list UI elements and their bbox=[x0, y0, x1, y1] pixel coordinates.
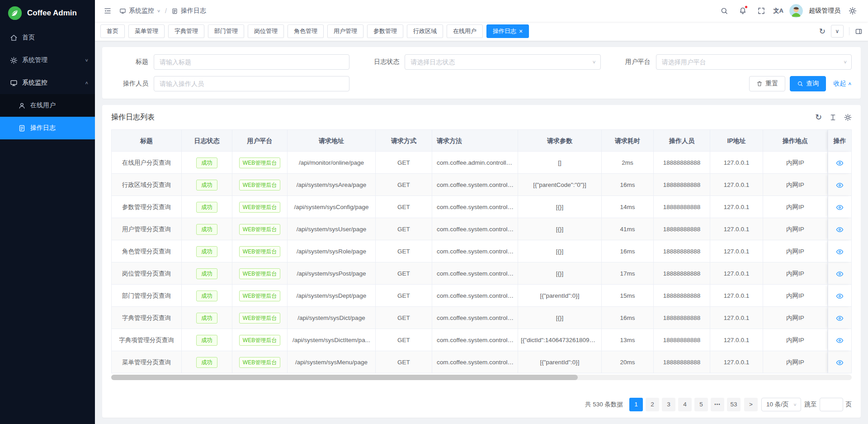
reset-button[interactable]: 重置 bbox=[749, 76, 785, 91]
table-row[interactable]: 菜单管理分页查询成功WEB管理后台/api/system/sysMenu/pag… bbox=[112, 351, 851, 373]
tab-参数管理[interactable]: 参数管理 bbox=[367, 24, 403, 38]
view-icon[interactable] bbox=[836, 159, 844, 167]
sidebar-item-home[interactable]: 首页 bbox=[0, 26, 95, 49]
next-page-button[interactable]: > bbox=[744, 398, 758, 411]
title-input[interactable] bbox=[154, 54, 349, 70]
table-row[interactable]: 行政区域分页查询成功WEB管理后台/api/system/sysArea/pag… bbox=[112, 174, 851, 196]
page-button-2[interactable]: 2 bbox=[646, 398, 659, 411]
breadcrumb: 系统监控 ∨ / 操作日志 bbox=[119, 7, 206, 15]
cell-operator: 18888888888 bbox=[654, 240, 710, 262]
page-size-select[interactable]: 10 条/页 ∨ bbox=[761, 398, 801, 411]
page-button-4[interactable]: 4 bbox=[678, 398, 692, 411]
jump-input[interactable] bbox=[820, 398, 843, 411]
layout-panel-icon[interactable] bbox=[855, 28, 863, 35]
sidebar-item-system-mgmt[interactable]: 系统管理 ∨ bbox=[0, 49, 95, 71]
tab-操作日志[interactable]: 操作日志× bbox=[486, 24, 529, 38]
table-row[interactable]: 部门管理分页查询成功WEB管理后台/api/system/sysDept/pag… bbox=[112, 285, 851, 307]
tab-字典管理[interactable]: 字典管理 bbox=[168, 24, 204, 38]
tab-部门管理[interactable]: 部门管理 bbox=[208, 24, 244, 38]
table-row[interactable]: 字典项管理分页查询成功WEB管理后台/api/system/sysDictIte… bbox=[112, 329, 851, 351]
sidebar-item-label: 系统管理 bbox=[22, 56, 47, 64]
horizontal-scrollbar-thumb[interactable] bbox=[111, 375, 578, 380]
table-row[interactable]: 用户管理分页查询成功WEB管理后台/api/system/sysUser/pag… bbox=[112, 218, 851, 240]
view-icon[interactable] bbox=[836, 292, 844, 300]
view-icon[interactable] bbox=[836, 226, 844, 233]
view-icon[interactable] bbox=[836, 359, 844, 367]
tabs-menu-dropdown[interactable]: ∨ bbox=[831, 25, 844, 38]
notification-bell-icon[interactable] bbox=[736, 5, 749, 17]
page-button-53[interactable]: 53 bbox=[727, 398, 741, 411]
table-row[interactable]: 字典管理分页查询成功WEB管理后台/api/system/sysDict/pag… bbox=[112, 307, 851, 329]
cell-action bbox=[828, 218, 851, 240]
column-settings-gear-icon[interactable] bbox=[844, 114, 852, 121]
chevron-down-icon: ∨ bbox=[85, 58, 89, 63]
view-icon[interactable] bbox=[836, 204, 844, 211]
sidebar-item-online-users[interactable]: 在线用户 bbox=[0, 94, 95, 117]
view-icon[interactable] bbox=[836, 270, 844, 278]
tab-close-icon[interactable]: × bbox=[519, 28, 523, 34]
page-size-value: 10 条/页 bbox=[766, 400, 789, 409]
sidebar-item-label: 在线用户 bbox=[30, 101, 56, 110]
page-button-3[interactable]: 3 bbox=[662, 398, 675, 411]
tab-菜单管理[interactable]: 菜单管理 bbox=[128, 24, 165, 38]
table-header-row: 标题日志状态用户平台请求地址请求方式请求方法请求参数请求耗时操作人员IP地址操作… bbox=[112, 130, 851, 152]
cell-ip: 127.0.0.1 bbox=[710, 329, 763, 351]
page-button-1[interactable]: 1 bbox=[629, 398, 643, 411]
cell-url: /api/system/sysDict/page bbox=[288, 307, 376, 329]
table-row[interactable]: 角色管理分页查询成功WEB管理后台/api/system/sysRole/pag… bbox=[112, 240, 851, 262]
search-icon[interactable] bbox=[718, 5, 731, 17]
tab-在线用户[interactable]: 在线用户 bbox=[447, 24, 483, 38]
view-icon[interactable] bbox=[836, 314, 844, 322]
view-icon[interactable] bbox=[836, 248, 844, 256]
cell-location: 内网IP bbox=[763, 351, 828, 373]
table-row[interactable]: 参数管理分页查询成功WEB管理后台/api/system/sysConfig/p… bbox=[112, 196, 851, 218]
sidebar-item-operation-log[interactable]: 操作日志 bbox=[0, 117, 95, 139]
search-button-label: 查询 bbox=[806, 80, 819, 88]
tab-行政区域[interactable]: 行政区域 bbox=[407, 24, 443, 38]
tab-岗位管理[interactable]: 岗位管理 bbox=[248, 24, 284, 38]
page-button-5[interactable]: 5 bbox=[694, 398, 708, 411]
user-name[interactable]: 超级管理员 bbox=[809, 7, 840, 15]
table-row[interactable]: 在线用户分页查询成功WEB管理后台/api/monitor/online/pag… bbox=[112, 152, 851, 174]
fullscreen-icon[interactable] bbox=[755, 5, 768, 17]
language-translate-icon[interactable]: 文A bbox=[774, 7, 783, 15]
collapse-toggle[interactable]: 收起 ∧ bbox=[833, 80, 852, 88]
column-header: 请求耗时 bbox=[602, 130, 654, 152]
table-row[interactable]: 岗位管理分页查询成功WEB管理后台/api/system/sysPost/pag… bbox=[112, 262, 851, 285]
refresh-icon[interactable]: ↻ bbox=[815, 113, 822, 121]
status-badge: 成功 bbox=[196, 291, 217, 301]
tab-角色管理[interactable]: 角色管理 bbox=[288, 24, 324, 38]
view-icon[interactable] bbox=[836, 181, 844, 189]
column-header: 日志状态 bbox=[182, 130, 232, 152]
user-platform-select[interactable] bbox=[656, 54, 852, 70]
cell-action bbox=[828, 262, 851, 285]
cell-title: 角色管理分页查询 bbox=[112, 240, 182, 262]
avatar[interactable] bbox=[789, 4, 803, 18]
cell-status: 成功 bbox=[182, 329, 232, 351]
cell-platform: WEB管理后台 bbox=[232, 152, 288, 174]
density-icon[interactable] bbox=[829, 114, 837, 121]
tab-用户管理[interactable]: 用户管理 bbox=[327, 24, 363, 38]
search-button[interactable]: 查询 bbox=[790, 76, 826, 91]
tab-首页[interactable]: 首页 bbox=[100, 24, 125, 38]
topbar-actions: 文A 超级管理员 bbox=[718, 4, 859, 18]
cell-location: 内网IP bbox=[763, 152, 828, 174]
breadcrumb-parent[interactable]: 系统监控 bbox=[129, 7, 154, 15]
cell-action bbox=[828, 240, 851, 262]
cell-status: 成功 bbox=[182, 351, 232, 373]
refresh-icon[interactable]: ↻ bbox=[819, 28, 826, 35]
main-area: 系统监控 ∨ / 操作日志 文A bbox=[95, 0, 868, 424]
fold-menu-icon[interactable] bbox=[101, 5, 114, 17]
platform-badge: WEB管理后台 bbox=[239, 224, 280, 235]
operator-input[interactable] bbox=[154, 76, 349, 91]
column-header: 请求方式 bbox=[376, 130, 432, 152]
cell-operator: 18888888888 bbox=[654, 285, 710, 307]
view-icon[interactable] bbox=[836, 337, 844, 344]
sidebar-item-system-monitor[interactable]: 系统监控 ∧ bbox=[0, 71, 95, 94]
page-ellipsis[interactable]: ••• bbox=[711, 398, 724, 411]
log-status-select[interactable] bbox=[405, 54, 600, 70]
chevron-down-icon: ∨ bbox=[793, 402, 797, 407]
cell-platform: WEB管理后台 bbox=[232, 307, 288, 329]
cell-platform: WEB管理后台 bbox=[232, 196, 288, 218]
settings-gear-icon[interactable] bbox=[846, 5, 859, 17]
